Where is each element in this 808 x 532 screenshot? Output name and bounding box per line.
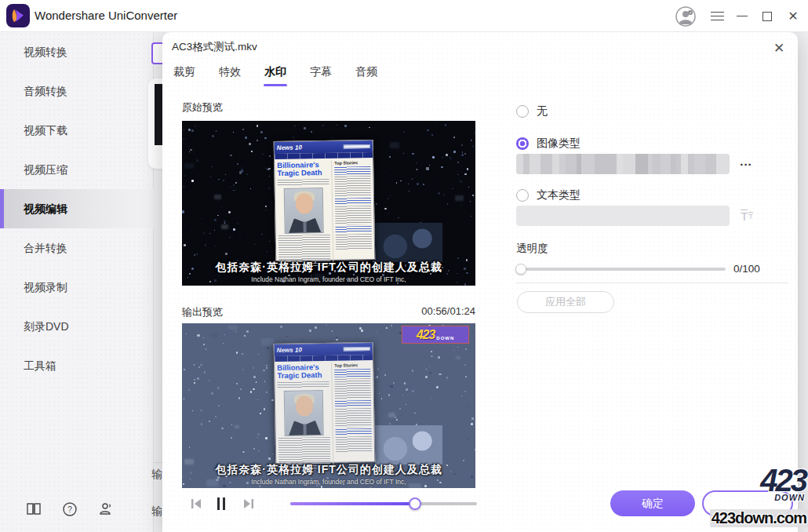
options-divider bbox=[516, 282, 788, 283]
output-preview-label: 输出预览 bbox=[182, 305, 223, 319]
opacity-value: 0/100 bbox=[733, 263, 760, 275]
progress-handle[interactable] bbox=[409, 497, 421, 510]
playback-progress-slider[interactable] bbox=[290, 501, 477, 507]
opacity-slider[interactable] bbox=[516, 264, 726, 274]
apply-all-button[interactable]: 应用全部 bbox=[517, 291, 614, 313]
opacity-track[interactable] bbox=[516, 268, 726, 271]
news-search-box bbox=[344, 144, 370, 149]
app-logo bbox=[6, 4, 30, 27]
opacity-label: 透明度 bbox=[516, 242, 548, 256]
browse-file-button[interactable]: ... bbox=[736, 155, 756, 173]
video-subtitle: 包括奈森·英格拉姆 IFT公司的创建人及总裁 Include Nathan In… bbox=[182, 261, 475, 283]
dialog-tabs: 裁剪 特效 水印 字幕 音频 bbox=[173, 65, 401, 79]
cancel-button-occluded[interactable] bbox=[702, 490, 793, 516]
next-frame-icon[interactable] bbox=[239, 497, 257, 511]
tab-subtitle[interactable]: 字幕 bbox=[310, 65, 332, 79]
radio-image-checked[interactable] bbox=[516, 137, 529, 150]
output-watermark-badge: 423DOWN bbox=[402, 326, 469, 344]
radio-none[interactable] bbox=[516, 105, 529, 118]
playback-timestamp: 00:56/01:24 bbox=[421, 305, 475, 319]
newspaper-page-graphic: News 10 Billionaire's Tragic Death Top S… bbox=[274, 342, 376, 464]
ok-button[interactable]: 确定 bbox=[610, 490, 695, 516]
image-path-field[interactable] bbox=[516, 154, 730, 174]
news-top-stories-label: Top Stories bbox=[334, 160, 370, 166]
font-settings-icon[interactable]: TT bbox=[737, 206, 756, 225]
output-preview-video: 423DOWN News 10 Billionaire's Tragic Dea… bbox=[182, 323, 475, 488]
dialog-title: AC3格式测试.mkv bbox=[172, 40, 257, 54]
watermark-none-option[interactable]: 无 bbox=[516, 104, 548, 118]
maximize-icon[interactable] bbox=[756, 0, 778, 32]
radio-text[interactable] bbox=[516, 189, 529, 202]
opacity-handle[interactable] bbox=[515, 264, 526, 275]
newspaper-page-graphic: News 10 Billionaire's Tragic Death Top S… bbox=[274, 140, 376, 261]
tab-crop[interactable]: 裁剪 bbox=[173, 65, 195, 79]
title-bar: Wondershare UniConverter ✕ bbox=[0, 0, 808, 32]
watermark-text-option[interactable]: 文本类型 bbox=[516, 188, 581, 202]
news-portrait-photo bbox=[284, 188, 324, 234]
watermark-image-option[interactable]: 图像类型 bbox=[516, 137, 581, 151]
tab-watermark[interactable]: 水印 bbox=[264, 65, 286, 79]
minimize-icon[interactable] bbox=[731, 0, 753, 32]
tab-effects[interactable]: 特效 bbox=[219, 65, 241, 79]
app-title: Wondershare UniConverter bbox=[35, 9, 177, 22]
video-subtitle: 包括奈森·英格拉姆 IFT公司的创建人及总裁 Include Nathan In… bbox=[182, 463, 475, 486]
pixelated-path-value bbox=[516, 154, 730, 174]
secondary-clip-thumbnail bbox=[375, 223, 442, 262]
dialog-close-icon[interactable]: ✕ bbox=[770, 38, 788, 57]
uniconverter-logo-icon bbox=[9, 7, 27, 24]
watermark-text-input[interactable] bbox=[516, 206, 730, 226]
account-avatar-icon[interactable] bbox=[673, 0, 698, 32]
hamburger-menu-icon[interactable] bbox=[706, 0, 728, 32]
original-preview-label: 原始预览 bbox=[182, 100, 223, 115]
window-close-icon[interactable]: ✕ bbox=[781, 0, 805, 32]
edit-dialog: AC3格式测试.mkv ✕ 裁剪 特效 水印 字幕 音频 原始预览 News 1… bbox=[162, 32, 798, 532]
secondary-clip-thumbnail bbox=[375, 425, 442, 465]
news-logo-text: News 10 bbox=[277, 144, 302, 151]
progress-fill bbox=[290, 502, 415, 505]
original-preview-video: News 10 Billionaire's Tragic Death Top S… bbox=[182, 121, 475, 286]
news-portrait-photo bbox=[284, 390, 324, 436]
previous-frame-icon[interactable] bbox=[188, 497, 206, 511]
tab-audio[interactable]: 音频 bbox=[355, 65, 377, 79]
pause-icon[interactable] bbox=[213, 497, 230, 511]
news-headline: Billionaire's Tragic Death bbox=[277, 161, 329, 178]
